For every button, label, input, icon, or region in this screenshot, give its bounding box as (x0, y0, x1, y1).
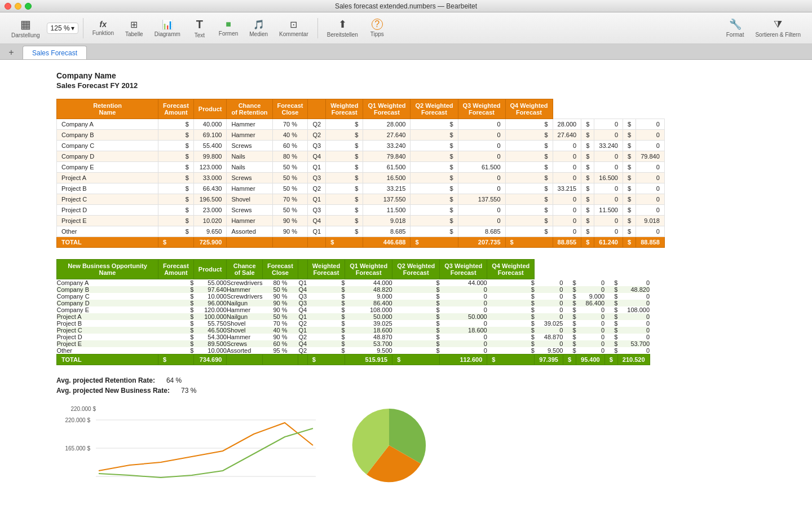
retention-cell-q1-dollar: $ (411, 141, 458, 151)
retention-cell-weighted: 33.215 (363, 183, 411, 194)
nb-cell-q4-dollar: $ (604, 313, 617, 320)
nb-total-q1: 112.600 (440, 354, 487, 365)
retention-cell-weighted: 79.840 (363, 151, 411, 162)
nb-cell-q4: 0 (617, 293, 650, 300)
format-icon: 🔧 (729, 18, 742, 30)
retention-col-product: Product (193, 99, 227, 119)
retention-total-q1: 207.735 (458, 237, 505, 248)
retention-cell-q1-dollar: $ (411, 226, 458, 237)
nb-total-wf-dollar: $ (307, 354, 345, 365)
nb-cell-q3: 0 (576, 313, 605, 320)
retention-cell-q3-dollar: $ (581, 141, 594, 151)
retention-cell-q2-dollar: $ (505, 216, 553, 226)
toolbar-text[interactable]: T Text (187, 16, 212, 41)
nb-cell-amount: 89.500 (193, 340, 227, 347)
retention-col-chance: Chanceof Retention (227, 99, 272, 119)
pie-chart (338, 406, 451, 487)
retention-cell-amount-dollar: $ (158, 205, 194, 216)
funktion-icon: fx (100, 20, 107, 29)
toolbar-diagramm[interactable]: 📊 Diagramm (150, 17, 185, 40)
retention-cell-q2: 0 (553, 216, 581, 226)
retention-cell-weighted: 8.685 (363, 226, 411, 237)
nb-cell-q3: 9.000 (576, 293, 605, 300)
funktion-label: Funktion (92, 30, 114, 36)
nb-cell-q1-dollar: $ (392, 286, 440, 293)
retention-cell-name: Company E (57, 162, 158, 173)
retention-cell-amount: 23.000 (193, 205, 227, 216)
toolbar-formen[interactable]: ■ Formen (214, 17, 242, 39)
retention-cell-product: Screws (227, 141, 272, 151)
nb-cell-weighted-dollar: $ (307, 340, 345, 347)
nb-cell-name: Company A (57, 279, 158, 287)
zoom-button[interactable] (25, 3, 32, 10)
new-business-table-row: Company E $ 120.000 Hammer 90 % Q4 $ 108… (57, 306, 650, 313)
add-tab-button[interactable]: + (5, 46, 18, 59)
retention-cell-q3-dollar: $ (581, 119, 594, 130)
nb-cell-q4: 0 (617, 279, 650, 287)
sortieren-icon: ⧩ (774, 19, 782, 30)
toolbar-tipps[interactable]: ? Tipps (365, 16, 390, 40)
toolbar-bereitstellen[interactable]: ⬆ Bereitstellen (323, 16, 363, 40)
retention-col-name: RetentionName (57, 99, 158, 119)
nb-cell-q3: 86.400 (576, 300, 605, 306)
nb-cell-weighted: 53.700 (345, 340, 392, 347)
minimize-button[interactable] (15, 3, 21, 10)
nb-cell-chance: 90 % (263, 306, 298, 313)
retention-cell-chance: 50 % (272, 162, 308, 173)
new-business-table-row: Other $ 10.000 Assorted 95 % Q2 $ 9.500 … (57, 347, 650, 354)
toolbar-format[interactable]: 🔧 Format (722, 16, 749, 40)
toolbar-darstellung[interactable]: ▦ Darstellung (7, 15, 45, 41)
nb-cell-name: Other (57, 347, 158, 354)
tab-sales-forecast[interactable]: Sales Forecast (23, 46, 87, 59)
nb-total-q1-dollar: $ (392, 354, 440, 365)
retention-cell-q3-dollar: $ (581, 130, 594, 141)
retention-cell-product: Hammer (227, 119, 272, 130)
toolbar-medien[interactable]: 🎵 Medien (245, 17, 272, 40)
nb-cell-weighted-dollar: $ (307, 279, 345, 287)
retention-cell-q2: 0 (553, 151, 581, 162)
toolbar-tabelle[interactable]: ⊞ Tabelle (121, 17, 148, 40)
nb-cell-q1-dollar: $ (392, 279, 440, 287)
retention-total-dollar: $ (158, 237, 194, 248)
new-business-table-row: Project E $ 89.500 Screws 60 % Q4 $ 53.7… (57, 340, 650, 347)
retention-cell-q4: 79.840 (636, 151, 665, 162)
darstellung-label: Darstellung (11, 32, 40, 38)
toolbar-funktion[interactable]: fx Funktion (88, 17, 118, 38)
retention-cell-amount: 99.800 (193, 151, 227, 162)
retention-cell-q1: 0 (458, 151, 505, 162)
retention-col-q3: Q3 WeightedForecast (458, 99, 505, 119)
line-chart-svg: 220.000 $ 165.000 $ (56, 414, 316, 482)
retention-total-weighted: 446.688 (363, 237, 411, 248)
retention-cell-amount-dollar: $ (158, 183, 194, 194)
retention-cell-q4-dollar: $ (623, 205, 636, 216)
nb-cell-q2: 0 (535, 313, 563, 320)
retention-rate-stat: Avg. projected Retention Rate: 64 % (56, 376, 789, 384)
window-controls[interactable] (5, 3, 32, 10)
retention-cell-q1-dollar: $ (411, 194, 458, 205)
nb-cell-weighted-dollar: $ (307, 334, 345, 340)
retention-cell-q2: 27.640 (553, 130, 581, 141)
retention-cell-q2: 0 (553, 194, 581, 205)
retention-cell-q2-dollar: $ (505, 162, 553, 173)
retention-cell-q1: 0 (458, 173, 505, 183)
retention-total-q4: 88.858 (636, 237, 665, 248)
zoom-control[interactable]: 125 % ▾ (47, 23, 78, 34)
retention-cell-product: Hammer (227, 130, 272, 141)
new-business-table-row: Company C $ 10.000 Screwdrivers 90 % Q3 … (57, 293, 650, 300)
toolbar-sortieren[interactable]: ⧩ Sortieren & Filtern (751, 16, 805, 40)
retention-col-q2: Q2 WeightedForecast (411, 99, 458, 119)
nb-cell-close: Q1 (298, 279, 307, 287)
retention-cell-close: Q1 (308, 162, 326, 173)
retention-cell-q4-dollar: $ (623, 162, 636, 173)
retention-cell-amount: 69.100 (193, 130, 227, 141)
nb-total-dollar: $ (158, 354, 194, 365)
toolbar-kommentar[interactable]: ⊡ Kommentar (275, 17, 313, 40)
nb-cell-q2-dollar: $ (487, 293, 535, 300)
tab-label: Sales Forecast (32, 49, 77, 57)
nb-cell-amount: 10.000 (193, 293, 227, 300)
close-button[interactable] (5, 3, 11, 10)
retention-table-wrapper: RetentionName ForecastAmount Product Cha… (56, 99, 789, 248)
new-business-rate-label: Avg. projected New Business Rate: (56, 387, 170, 395)
nb-cell-q1-dollar: $ (392, 293, 440, 300)
retention-cell-q4-dollar: $ (623, 226, 636, 237)
